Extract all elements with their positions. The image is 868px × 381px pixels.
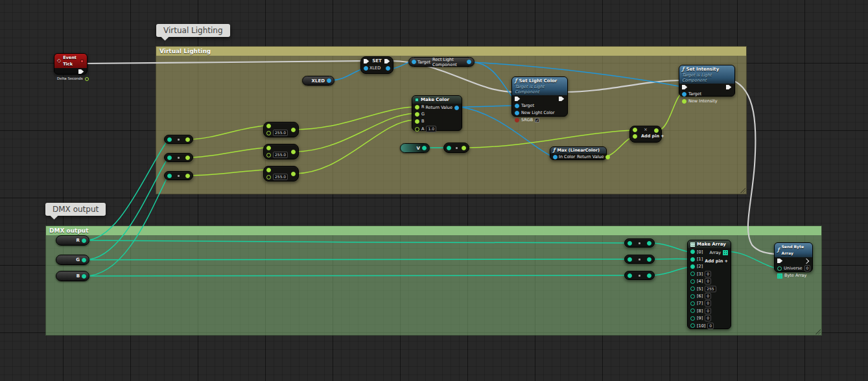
multiply-b-pin[interactable]	[633, 134, 637, 139]
array-element-pin[interactable]	[690, 249, 695, 254]
scale-value-field[interactable]: 255.0	[273, 174, 288, 180]
return-value-pin[interactable]	[605, 155, 610, 159]
array-element-value[interactable]: 0	[705, 278, 711, 284]
array-element-pin[interactable]	[690, 286, 695, 291]
b-out-pin[interactable]	[82, 274, 86, 279]
exec-out-pin[interactable]	[804, 258, 809, 263]
exec-out-pin[interactable]	[78, 69, 84, 75]
node-tobyte-g[interactable]	[624, 255, 655, 264]
node-send-byte-array[interactable]: ƒ Send Byte Array Universe 0 Byte Array	[774, 242, 813, 272]
array-element-pin[interactable]	[690, 316, 695, 321]
convert-out-pin[interactable]	[185, 156, 190, 160]
scale-b-pin[interactable]	[266, 153, 271, 157]
target-pin[interactable]	[682, 92, 686, 97]
scale-b-pin[interactable]	[266, 175, 271, 179]
array-element-pin[interactable]	[690, 323, 695, 328]
target-in-pin[interactable]	[412, 60, 416, 64]
xled-out-pin[interactable]	[327, 78, 331, 83]
node-tobyte-r[interactable]	[624, 238, 655, 248]
getter-pill-v[interactable]: V	[400, 143, 430, 153]
node-convert-g[interactable]	[164, 153, 193, 162]
v-out-pin[interactable]	[422, 146, 427, 150]
g-out-pin[interactable]	[82, 258, 86, 262]
resize-handle-icon[interactable]	[740, 187, 745, 193]
blueprint-graph-canvas[interactable]: Virtual Lighting DMX output	[0, 0, 868, 381]
scale-in-pin[interactable]	[266, 146, 271, 150]
comment-title-virtual-lighting[interactable]: Virtual Lighting	[156, 47, 746, 56]
array-out-pin[interactable]	[723, 250, 728, 255]
node-event-tick[interactable]: ◇ Event Tick Delta Seconds	[54, 53, 88, 75]
node-make-array[interactable]: Make Array Array Add pin + [0] [1] [2] […	[687, 240, 731, 329]
node-set-intensity[interactable]: ƒ Set Intensity Target is Light Componen…	[679, 65, 735, 97]
scale-b-pin[interactable]	[266, 131, 271, 135]
getter-pill-r[interactable]: R	[56, 235, 89, 246]
a-value-field[interactable]: 1.0	[426, 126, 436, 132]
exec-out-pin[interactable]	[726, 84, 732, 90]
convert-in-pin[interactable]	[628, 241, 632, 246]
set-output-pin[interactable]	[386, 66, 390, 71]
add-pin-button[interactable]: Add pin +	[705, 259, 728, 264]
convert-in-pin[interactable]	[167, 156, 172, 160]
delta-seconds-pin[interactable]	[85, 77, 89, 81]
new-light-color-pin[interactable]	[515, 111, 519, 115]
node-set-xled[interactable]: SET XLED	[360, 56, 393, 74]
convert-in-pin[interactable]	[628, 273, 632, 278]
array-element-pin[interactable]	[690, 279, 695, 284]
universe-pin[interactable]	[777, 266, 782, 271]
array-element-value[interactable]: 0	[705, 300, 711, 306]
scale-value-field[interactable]: 255.0	[273, 152, 288, 158]
scale-out-pin[interactable]	[291, 150, 296, 154]
exec-in-pin[interactable]	[364, 58, 369, 64]
getter-pill-b[interactable]: B	[56, 271, 89, 281]
convert-out-pin[interactable]	[647, 241, 651, 246]
scale-in-pin[interactable]	[266, 124, 271, 128]
array-element-value[interactable]: 0	[705, 308, 711, 314]
array-element-value[interactable]: 0	[705, 315, 711, 321]
r-out-pin[interactable]	[82, 238, 86, 243]
scale-out-pin[interactable]	[291, 128, 296, 132]
scale-in-pin[interactable]	[266, 168, 271, 172]
node-set-light-color[interactable]: ƒ Set Light Color Target is Light Compon…	[511, 76, 568, 117]
exec-in-pin[interactable]	[777, 258, 783, 264]
array-element-pin[interactable]	[690, 308, 695, 313]
convert-out-pin[interactable]	[185, 174, 190, 178]
return-value-pin[interactable]	[454, 106, 459, 110]
g-pin[interactable]	[415, 112, 419, 117]
node-scale-b[interactable]: 255.0	[263, 166, 299, 181]
exec-in-pin[interactable]	[682, 84, 688, 90]
convert-in-pin[interactable]	[167, 137, 172, 142]
array-element-pin[interactable]	[690, 301, 695, 306]
node-scale-g[interactable]: 255.0	[263, 144, 299, 159]
add-pin-button[interactable]: Add pin +	[641, 133, 664, 139]
convert-out-pin[interactable]	[647, 257, 651, 262]
node-multiply[interactable]: × Add pin +	[629, 126, 662, 143]
r-pin[interactable]	[415, 105, 419, 110]
srgb-checkbox[interactable]: ✓	[535, 118, 539, 122]
universe-value-field[interactable]: 0	[804, 265, 811, 271]
node-scale-r[interactable]: 255.0	[263, 122, 299, 137]
exec-in-pin[interactable]	[515, 96, 521, 102]
multiply-out-pin[interactable]	[654, 128, 659, 133]
array-element-pin[interactable]	[690, 257, 695, 262]
array-element-value[interactable]: 0	[705, 293, 711, 299]
srgb-pin[interactable]	[515, 118, 519, 122]
target-pin[interactable]	[515, 104, 519, 108]
convert-in-pin[interactable]	[167, 174, 172, 178]
convert-in-pin[interactable]	[447, 146, 451, 150]
getter-pill-g[interactable]: G	[56, 255, 89, 265]
b-pin[interactable]	[415, 119, 419, 124]
getter-pill-rect-light-component[interactable]: Target Rect Light Component	[408, 57, 475, 67]
array-element-pin[interactable]	[690, 271, 695, 276]
array-element-value[interactable]: 255	[705, 286, 716, 292]
node-convert-r[interactable]	[164, 135, 193, 144]
comment-title-dmx-output[interactable]: DMX output	[46, 226, 821, 235]
scale-value-field[interactable]: 255.0	[273, 130, 288, 136]
resize-handle-icon[interactable]	[815, 329, 821, 334]
getter-pill-xled[interactable]: XLED	[302, 76, 334, 86]
set-input-pin[interactable]	[364, 66, 368, 71]
node-convert-b[interactable]	[164, 171, 193, 180]
rect-light-component-out-pin[interactable]	[467, 60, 471, 64]
convert-out-pin[interactable]	[647, 273, 651, 278]
byte-array-pin[interactable]	[777, 273, 782, 279]
in-color-pin[interactable]	[553, 155, 557, 159]
